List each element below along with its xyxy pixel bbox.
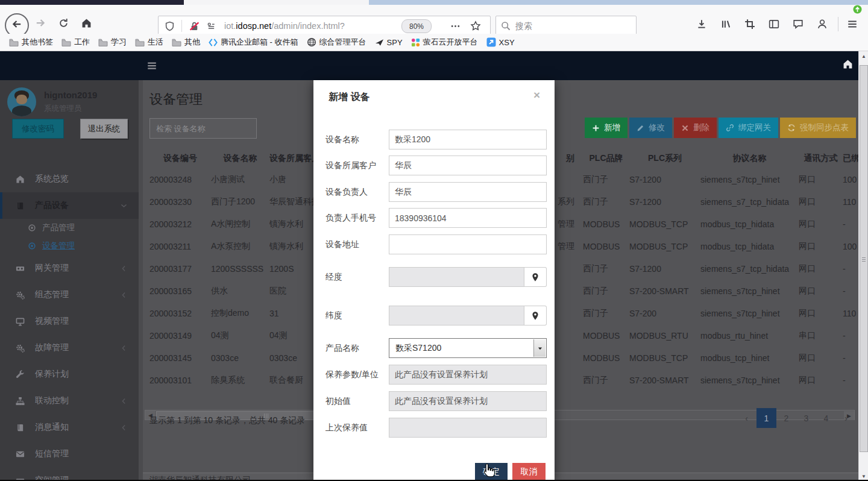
sidebar-item-故障管理[interactable]: 故障管理 — [0, 335, 139, 361]
browser-toolbar: iot.idosp.net/admin/index.html? 80% — [0, 5, 868, 34]
绑定网关-button[interactable]: 绑定网关 — [719, 118, 778, 138]
bookmark-item[interactable]: 工作 — [57, 35, 94, 49]
browser-search-bar[interactable] — [495, 16, 637, 36]
sidebar-collapse-icon[interactable] — [146, 60, 157, 71]
cancel-button[interactable]: 取消 — [512, 463, 546, 481]
button-label: 修改 — [649, 122, 665, 133]
url-text: iot.idosp.net/admin/index.html? — [224, 21, 345, 31]
envelope-icon — [16, 450, 27, 459]
logout-button[interactable]: 退出系统 — [80, 119, 128, 139]
table-cell: 网口 — [799, 375, 843, 386]
sidebar-item-网关管理[interactable]: 网关管理 — [0, 255, 139, 281]
change-password-button[interactable]: 修改密码 — [12, 119, 64, 139]
downloads-icon[interactable] — [693, 16, 710, 33]
sidebar-toggle-icon[interactable] — [766, 16, 782, 33]
screenshot-icon[interactable] — [741, 16, 758, 33]
field-input-设备地址[interactable] — [389, 234, 547, 254]
sidebar-item-保养计划[interactable]: 保养计划 — [0, 361, 139, 388]
table-cell: 西门子 — [583, 174, 629, 185]
url-subdomain: iot. — [224, 21, 236, 31]
sitemap-icon — [16, 397, 27, 406]
bookmark-item[interactable]: 综合管理平台 — [303, 35, 371, 49]
modal-close-icon[interactable]: × — [533, 89, 540, 102]
field-input-纬度 — [389, 306, 524, 325]
table-cell: 西门子 — [583, 196, 629, 207]
sidebar-item-消息通知[interactable]: 消息通知 — [0, 414, 139, 441]
field-input-设备名称[interactable] — [389, 130, 547, 149]
field-input-负责人手机号[interactable] — [389, 208, 547, 228]
browser-vertical-scrollbar[interactable]: ▲ ▼ — [858, 51, 868, 481]
page-button-2[interactable]: 2 — [776, 408, 796, 428]
record-summary: 显示第 1 到第 10 条记录，总共 40 条记录 — [149, 415, 305, 426]
map-pin-button[interactable] — [524, 306, 547, 325]
reload-button[interactable] — [53, 13, 74, 35]
bookmark-item[interactable]: 萤石云开放平台 — [407, 35, 482, 49]
menu-hamburger-icon[interactable] — [844, 16, 861, 33]
map-pin-button[interactable] — [524, 267, 547, 287]
column-header: 设备名称 — [211, 153, 269, 164]
table-cell: 网口 — [799, 353, 843, 363]
sidebar-item-短信管理[interactable]: 短信管理 — [0, 441, 139, 467]
shield-icon[interactable] — [161, 17, 178, 34]
page-prev-button[interactable]: ‹ — [737, 408, 756, 428]
sidebar-item-联动控制[interactable]: 联动控制 — [0, 388, 139, 414]
desktop-icon — [16, 317, 27, 326]
page-button-3[interactable]: 3 — [796, 408, 816, 428]
url-bar[interactable]: iot.idosp.net/admin/index.html? 80% — [158, 16, 491, 36]
messages-icon[interactable] — [790, 16, 807, 33]
page-next-button[interactable]: › — [836, 408, 856, 428]
device-search-box[interactable] — [149, 118, 257, 139]
新增-button[interactable]: 新增 — [585, 118, 627, 138]
bookmark-item[interactable]: XSY — [482, 35, 519, 49]
home-button[interactable] — [76, 13, 96, 35]
sidebar-item-产品设备[interactable]: 产品设备 — [0, 192, 139, 219]
book-icon — [16, 201, 27, 210]
bookmark-item[interactable]: 腾讯企业邮箱 - 收件箱 — [204, 35, 303, 49]
sidebar-item-空间管理[interactable]: 空间管理 — [0, 467, 139, 481]
forward-button[interactable] — [30, 13, 51, 35]
avatar[interactable] — [7, 87, 36, 116]
zoom-level-badge[interactable]: 80% — [401, 19, 432, 33]
table-cell: 西门子 — [583, 286, 629, 297]
field-select-产品名称[interactable]: 数采S71200 — [389, 338, 547, 358]
sidebar-item-系统总览[interactable]: 系统总览 — [0, 166, 139, 192]
field-input-设备所属客户[interactable] — [389, 156, 547, 175]
home-icon — [16, 175, 27, 184]
library-icon[interactable] — [717, 16, 734, 33]
divider — [838, 17, 838, 31]
scroll-up-arrow-icon[interactable]: ▲ — [859, 51, 868, 61]
bookmark-item[interactable]: 学习 — [94, 35, 131, 49]
sidebar-subitem-设备管理[interactable]: 设备管理 — [0, 237, 139, 255]
强制同步点表-button[interactable]: 强制同步点表 — [780, 118, 856, 138]
bookmark-item[interactable]: SPY — [371, 35, 407, 49]
insecure-lock-icon[interactable] — [186, 17, 203, 34]
bookmark-star-icon[interactable] — [467, 17, 484, 34]
select-dropdown-arrow-icon[interactable] — [533, 339, 546, 357]
table-cell: S7-1200 — [629, 175, 700, 184]
table-cell: siemens_s7tcp_hinet — [700, 309, 799, 318]
sidebar-subitem-label: 设备管理 — [42, 241, 75, 251]
account-icon[interactable] — [814, 16, 831, 33]
删除-button[interactable]: 删除 — [674, 118, 717, 138]
permissions-icon[interactable] — [203, 17, 219, 34]
field-input-设备负责人[interactable] — [389, 182, 547, 202]
page-button-1[interactable]: 1 — [756, 408, 776, 428]
bookmark-label: 萤石云开放平台 — [423, 37, 478, 48]
sidebar-subitem-产品管理[interactable]: 产品管理 — [0, 219, 139, 237]
sidebar-item-视频管理[interactable]: 视频管理 — [0, 308, 139, 335]
field-label: 上次保养值 — [326, 423, 368, 433]
navbar-home-icon[interactable] — [843, 59, 853, 69]
device-search-input[interactable] — [150, 119, 256, 138]
page-actions-icon[interactable] — [447, 17, 464, 34]
bookmark-item[interactable]: 其他 — [168, 35, 204, 49]
bookmark-item[interactable]: 其他书签 — [5, 35, 57, 49]
field-geo-纬度 — [389, 306, 547, 325]
browser-search-input[interactable] — [514, 20, 619, 31]
bookmark-label: 工作 — [74, 37, 90, 48]
wrench-icon — [16, 370, 27, 379]
bookmark-item[interactable]: 生活 — [131, 35, 168, 49]
sidebar-item-组态管理[interactable]: 组态管理 — [0, 281, 139, 308]
修改-button[interactable]: 修改 — [629, 118, 672, 138]
vertical-scrollbar-thumb[interactable] — [860, 65, 868, 452]
page-button-4[interactable]: 4 — [816, 408, 836, 428]
